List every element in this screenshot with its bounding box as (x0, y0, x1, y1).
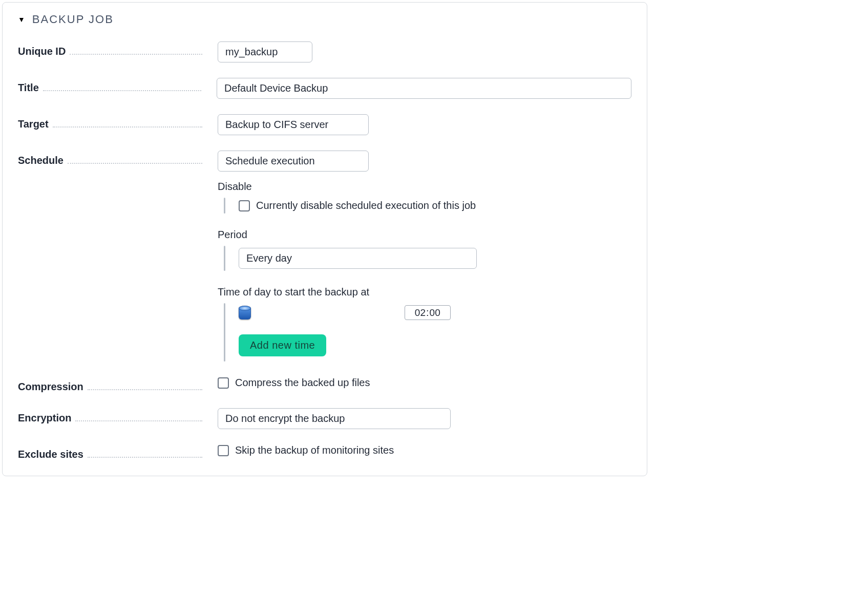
compression-checkbox[interactable] (218, 377, 229, 389)
time-minute-input[interactable] (430, 307, 447, 318)
encryption-select[interactable]: Do not encrypt the backup (218, 408, 451, 429)
dots-spacer (53, 122, 202, 128)
row-exclude-sites: Exclude sites Skip the backup of monitor… (18, 444, 631, 460)
database-icon (239, 306, 251, 320)
unique-id-input[interactable] (218, 41, 312, 62)
add-new-time-button[interactable]: Add new time (239, 334, 326, 356)
exclude-sites-checkbox-row[interactable]: Skip the backup of monitoring sites (218, 444, 631, 456)
row-compression: Compression Compress the backed up files (18, 377, 631, 393)
schedule-period-heading: Period (218, 229, 631, 241)
dots-spacer (88, 385, 202, 390)
time-input-wrap: : (405, 305, 451, 320)
dots-spacer (75, 416, 202, 421)
disable-checkbox-label: Currently disable scheduled execution of… (256, 200, 476, 211)
label-target: Target (18, 118, 49, 130)
dots-spacer (68, 158, 202, 164)
row-target: Target Backup to CIFS server (18, 114, 631, 135)
dots-spacer (43, 86, 201, 91)
label-unique-id: Unique ID (18, 46, 66, 57)
label-exclude-sites: Exclude sites (18, 449, 83, 460)
indent-bar (224, 246, 225, 271)
schedule-disable-heading: Disable (218, 181, 631, 193)
disable-checkbox-row[interactable]: Currently disable scheduled execution of… (239, 200, 476, 211)
row-title: Title (18, 78, 631, 99)
backup-job-panel: ▼ BACKUP JOB Unique ID Title Target Back… (2, 2, 647, 476)
compression-checkbox-row[interactable]: Compress the backed up files (218, 377, 631, 389)
row-encryption: Encryption Do not encrypt the backup (18, 408, 631, 429)
title-input[interactable] (217, 78, 631, 99)
schedule-time-heading: Time of day to start the backup at (218, 286, 631, 298)
indent-bar (224, 198, 225, 214)
time-hour-input[interactable] (408, 307, 426, 318)
label-schedule: Schedule (18, 155, 64, 166)
label-title: Title (18, 82, 39, 94)
row-schedule: Schedule Schedule execution Disable Curr… (18, 151, 631, 362)
collapse-triangle-icon: ▼ (18, 16, 25, 23)
panel-title: BACKUP JOB (32, 13, 114, 26)
exclude-sites-checkbox[interactable] (218, 445, 229, 456)
row-unique-id: Unique ID (18, 41, 631, 62)
target-select[interactable]: Backup to CIFS server (218, 114, 369, 135)
disable-checkbox[interactable] (239, 200, 250, 211)
schedule-mode-select[interactable]: Schedule execution (218, 151, 369, 172)
dots-spacer (88, 452, 202, 458)
label-compression: Compression (18, 381, 83, 393)
exclude-sites-checkbox-label: Skip the backup of monitoring sites (235, 444, 394, 456)
indent-bar (224, 303, 225, 362)
panel-header[interactable]: ▼ BACKUP JOB (18, 13, 631, 26)
compression-checkbox-label: Compress the backed up files (235, 377, 370, 389)
label-encryption: Encryption (18, 412, 71, 424)
dots-spacer (70, 49, 202, 55)
period-select[interactable]: Every day (239, 248, 477, 269)
